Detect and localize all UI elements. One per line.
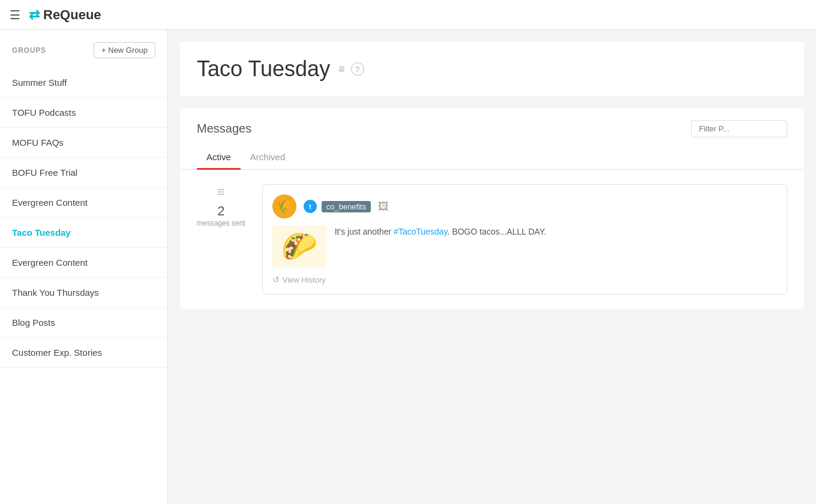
stats-count: 2 xyxy=(217,203,224,219)
groups-label: GROUPS xyxy=(12,46,46,55)
twitter-icon: t xyxy=(304,200,317,213)
new-group-button[interactable]: + New Group xyxy=(94,42,155,58)
messages-section: Messages Active Archived ≡ 2 messages se… xyxy=(180,108,804,309)
image-icon: 🖼 xyxy=(378,200,389,213)
sidebar-item-taco-tuesday[interactable]: Taco Tuesday xyxy=(0,218,167,248)
messages-label: Messages xyxy=(197,122,251,136)
history-icon: ↺ xyxy=(272,275,280,284)
sidebar-item-customer-exp-stories[interactable]: Customer Exp. Stories xyxy=(0,338,167,368)
logo-icon: ⇄ xyxy=(29,7,40,23)
hamburger-icon[interactable]: ☰ xyxy=(10,8,20,22)
app-logo: ⇄ ReQueue xyxy=(29,7,101,23)
help-icon[interactable]: ? xyxy=(351,62,364,76)
message-card-header: 🌾 t co_benefits 🖼 xyxy=(272,194,777,218)
message-text: It's just another #TacoTuesday. BOGO tac… xyxy=(335,226,547,238)
tab-active[interactable]: Active xyxy=(197,146,241,170)
message-footer: ↺ View History xyxy=(272,275,777,284)
sidebar-header: GROUPS + New Group xyxy=(0,42,167,68)
stats-lines-icon: ≡ xyxy=(217,184,225,200)
tabs: Active Archived xyxy=(180,146,804,170)
sidebar: GROUPS + New Group Summer Stuff TOFU Pod… xyxy=(0,30,168,504)
sidebar-item-mofu-faqs[interactable]: MOFU FAQs xyxy=(0,128,167,158)
messages-content: ≡ 2 messages sent 🌾 t co_be xyxy=(180,170,804,309)
page-header-card: Taco Tuesday ≡ ? xyxy=(180,42,804,96)
page-header-icons: ≡ ? xyxy=(338,62,364,76)
avatar-icon: 🌾 xyxy=(277,199,292,214)
page-title: Taco Tuesday xyxy=(197,56,330,82)
tab-archived[interactable]: Archived xyxy=(241,146,295,170)
topnav: ☰ ⇄ ReQueue xyxy=(0,0,816,30)
layout: GROUPS + New Group Summer Stuff TOFU Pod… xyxy=(0,30,816,504)
stats-label: messages sent xyxy=(197,219,245,227)
account-name[interactable]: co_benefits xyxy=(322,201,371,212)
list-icon[interactable]: ≡ xyxy=(338,63,345,76)
account-avatar: 🌾 xyxy=(272,194,296,218)
sidebar-item-tofu-podcasts[interactable]: TOFU Podcasts xyxy=(0,98,167,128)
sidebar-item-summer-stuff[interactable]: Summer Stuff xyxy=(0,68,167,98)
account-info: t co_benefits xyxy=(304,200,371,213)
messages-top: Messages xyxy=(180,108,804,137)
message-card: 🌾 t co_benefits 🖼 🌮 xyxy=(262,184,787,295)
stats-panel: ≡ 2 messages sent xyxy=(197,184,245,295)
sidebar-item-bofu-free-trial[interactable]: BOFU Free Trial xyxy=(0,158,167,188)
taco-emoji: 🌮 xyxy=(281,230,317,263)
view-history-button[interactable]: ↺ View History xyxy=(272,275,777,284)
taco-image: 🌮 xyxy=(272,226,326,268)
sidebar-item-evergreen-content-2[interactable]: Evergreen Content xyxy=(0,248,167,278)
filter-input[interactable] xyxy=(691,120,787,137)
app-name: ReQueue xyxy=(43,7,101,23)
sidebar-item-thank-you-thursdays[interactable]: Thank You Thursdays xyxy=(0,278,167,308)
sidebar-item-blog-posts[interactable]: Blog Posts xyxy=(0,308,167,338)
main-content: Taco Tuesday ≡ ? Messages Active Archive… xyxy=(168,30,816,504)
message-body: 🌮 It's just another #TacoTuesday. BOGO t… xyxy=(272,226,777,268)
sidebar-item-evergreen-content-1[interactable]: Evergreen Content xyxy=(0,188,167,218)
message-hashtag: #TacoTuesday xyxy=(394,227,448,236)
